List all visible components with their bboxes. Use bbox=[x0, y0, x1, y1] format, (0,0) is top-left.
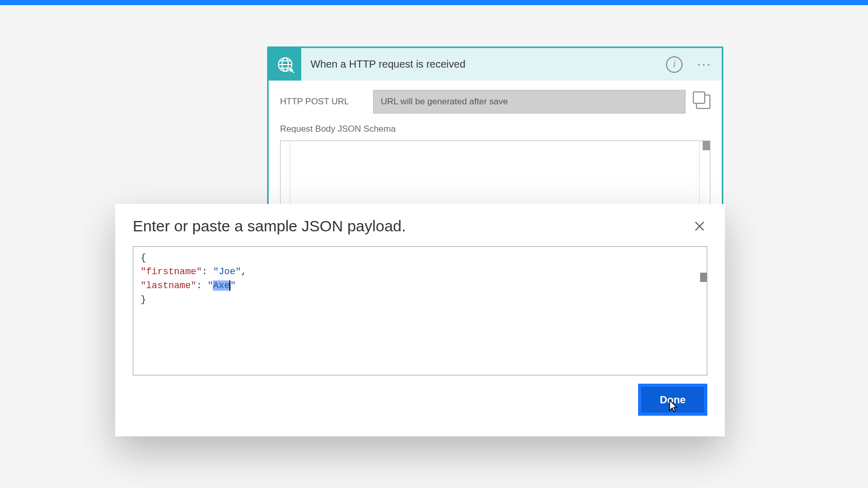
close-icon[interactable] bbox=[692, 218, 707, 234]
json-brace-close: } bbox=[141, 294, 146, 305]
trigger-body: HTTP POST URL URL will be generated afte… bbox=[269, 81, 722, 218]
json-val-firstname: "Joe" bbox=[213, 266, 241, 277]
done-button[interactable]: Done bbox=[641, 387, 704, 413]
app-top-accent-bar bbox=[0, 0, 868, 5]
http-url-placeholder: URL will be generated after save bbox=[381, 97, 508, 107]
info-icon[interactable]: i bbox=[666, 56, 683, 73]
globe-icon bbox=[276, 55, 295, 74]
svg-line-6 bbox=[292, 71, 294, 73]
modal-title: Enter or paste a sample JSON payload. bbox=[133, 217, 406, 235]
editor-scrollbar-thumb[interactable] bbox=[700, 273, 707, 282]
quote: " bbox=[230, 280, 236, 291]
trigger-header[interactable]: When a HTTP request is received i ··· bbox=[269, 48, 722, 81]
http-url-field: URL will be generated after save bbox=[373, 90, 686, 114]
json-payload-editor[interactable]: { "firstname": "Joe", "lastname": "Axe" … bbox=[133, 246, 707, 375]
schema-label: Request Body JSON Schema bbox=[280, 124, 710, 134]
http-trigger-card: When a HTTP request is received i ··· HT… bbox=[267, 46, 723, 219]
colon: : bbox=[196, 280, 208, 291]
comma: , bbox=[241, 266, 246, 277]
http-trigger-icon bbox=[269, 48, 301, 81]
modal-footer: Done bbox=[133, 384, 707, 416]
done-button-highlight: Done bbox=[638, 384, 707, 416]
schema-textarea[interactable] bbox=[280, 140, 710, 213]
quote: " bbox=[208, 280, 213, 291]
json-key-firstname: "firstname" bbox=[141, 266, 202, 277]
trigger-title: When a HTTP request is received bbox=[311, 58, 666, 70]
http-url-row: HTTP POST URL URL will be generated afte… bbox=[280, 90, 710, 114]
json-brace-open: { bbox=[141, 253, 146, 263]
http-url-label: HTTP POST URL bbox=[280, 97, 363, 107]
modal-header: Enter or paste a sample JSON payload. bbox=[133, 217, 707, 235]
json-key-lastname: "lastname" bbox=[141, 280, 196, 291]
sample-payload-modal: Enter or paste a sample JSON payload. { … bbox=[115, 204, 725, 436]
copy-url-icon[interactable] bbox=[696, 95, 710, 109]
colon: : bbox=[202, 266, 213, 277]
json-val-lastname-selected: Axe bbox=[213, 280, 229, 291]
more-options-icon[interactable]: ··· bbox=[694, 56, 715, 72]
